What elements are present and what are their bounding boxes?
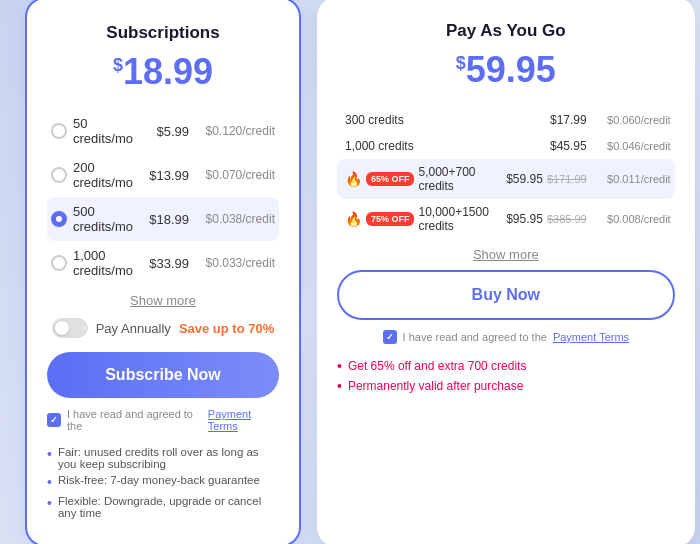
terms-row-left: I have read and agreed to the Payment Te… bbox=[47, 408, 279, 432]
payasyougo-plan-list: 300 credits $17.99 $0.060/credit 1,000 c… bbox=[337, 107, 675, 239]
discount-badge: 65% OFF bbox=[366, 172, 415, 186]
annual-toggle[interactable] bbox=[52, 318, 88, 338]
terms-text-right: I have read and agreed to the bbox=[403, 331, 547, 343]
plan-label: 500 credits/mo bbox=[73, 204, 133, 234]
payasyougo-title: Pay As You Go bbox=[337, 21, 675, 41]
original-price: $171.99 bbox=[547, 173, 587, 185]
annual-toggle-row: Pay Annually Save up to 70% bbox=[47, 318, 279, 338]
plan-price: $59.95 bbox=[493, 172, 543, 186]
original-price: $385.99 bbox=[547, 213, 587, 225]
radio-button[interactable] bbox=[51, 255, 67, 271]
plan-label: 200 credits/mo bbox=[73, 160, 133, 190]
terms-link-left[interactable]: Payment Terms bbox=[208, 408, 279, 432]
plan-price: $17.99 bbox=[537, 113, 587, 127]
plan-credit: $0.011/credit bbox=[591, 173, 671, 185]
plan-price: $33.99 bbox=[139, 256, 189, 271]
plan-price: $18.99 bbox=[139, 212, 189, 227]
radio-button[interactable] bbox=[51, 211, 67, 227]
plan-credit: $0.120/credit bbox=[195, 124, 275, 138]
toggle-label: Pay Annually bbox=[96, 321, 171, 336]
plan-credit: $0.060/credit bbox=[591, 114, 671, 126]
plan-label: 1,000 credits bbox=[345, 139, 533, 153]
terms-link-right[interactable]: Payment Terms bbox=[553, 331, 629, 343]
plan-credit: $0.038/credit bbox=[195, 212, 275, 226]
subscribe-button[interactable]: Subscribe Now bbox=[47, 352, 279, 398]
plan-row[interactable]: 🔥 65% OFF 5,000+700 credits $59.95 $171.… bbox=[337, 159, 675, 199]
feature-bullets: Fair: unused credits roll over as long a… bbox=[47, 444, 279, 521]
plan-label: 50 credits/mo bbox=[73, 116, 133, 146]
show-more-right[interactable]: Show more bbox=[337, 247, 675, 262]
plan-credit: $0.008/credit bbox=[591, 213, 671, 225]
plan-credit: $0.046/credit bbox=[591, 140, 671, 152]
plan-credit: $0.033/credit bbox=[195, 256, 275, 270]
terms-checkbox-right[interactable] bbox=[383, 330, 397, 344]
plan-credit: $0.070/credit bbox=[195, 168, 275, 182]
plan-price: $13.99 bbox=[139, 168, 189, 183]
radio-button[interactable] bbox=[51, 123, 67, 139]
bullet-item: Risk-free: 7-day money-back guarantee bbox=[47, 472, 279, 493]
plan-label: 5,000+700 credits bbox=[418, 165, 488, 193]
plan-label: 300 credits bbox=[345, 113, 533, 127]
plan-row[interactable]: 500 credits/mo $18.99 $0.038/credit bbox=[47, 197, 279, 241]
plan-price: $95.95 bbox=[493, 212, 543, 226]
buy-now-button[interactable]: Buy Now bbox=[337, 270, 675, 320]
terms-text-left: I have read and agreed to the bbox=[67, 408, 202, 432]
plan-price: $5.99 bbox=[139, 124, 189, 139]
terms-row-right: I have read and agreed to the Payment Te… bbox=[337, 330, 675, 344]
subscriptions-card: Subscriptions $18.99 50 credits/mo $5.99… bbox=[25, 0, 301, 544]
promo-bullet-item: Get 65% off and extra 700 credits bbox=[337, 356, 675, 376]
plan-row[interactable]: 200 credits/mo $13.99 $0.070/credit bbox=[47, 153, 279, 197]
promo-bullet-item: Permanently valid after purchase bbox=[337, 376, 675, 396]
plan-row[interactable]: 🔥 75% OFF 10,000+1500 credits $95.95 $38… bbox=[337, 199, 675, 239]
fire-icon: 🔥 bbox=[345, 211, 362, 227]
payasyougo-price: $59.95 bbox=[337, 49, 675, 91]
discount-badge: 75% OFF bbox=[366, 212, 415, 226]
bullet-item: Flexible: Downgrade, upgrade or cancel a… bbox=[47, 493, 279, 521]
subscriptions-title: Subscriptions bbox=[47, 23, 279, 43]
plan-row[interactable]: 1,000 credits/mo $33.99 $0.033/credit bbox=[47, 241, 279, 285]
show-more-left[interactable]: Show more bbox=[47, 293, 279, 308]
plan-label: 10,000+1500 credits bbox=[418, 205, 488, 233]
plan-price: $45.95 bbox=[537, 139, 587, 153]
fire-icon: 🔥 bbox=[345, 171, 362, 187]
payasyougo-card: Pay As You Go $59.95 300 credits $17.99 … bbox=[317, 0, 695, 544]
save-text: Save up to 70% bbox=[179, 321, 274, 336]
plan-row[interactable]: 300 credits $17.99 $0.060/credit bbox=[337, 107, 675, 133]
plan-row[interactable]: 1,000 credits $45.95 $0.046/credit bbox=[337, 133, 675, 159]
terms-checkbox-left[interactable] bbox=[47, 413, 61, 427]
radio-button[interactable] bbox=[51, 167, 67, 183]
bullet-item: Fair: unused credits roll over as long a… bbox=[47, 444, 279, 472]
plan-label: 1,000 credits/mo bbox=[73, 248, 133, 278]
plan-row[interactable]: 50 credits/mo $5.99 $0.120/credit bbox=[47, 109, 279, 153]
subscriptions-price: $18.99 bbox=[47, 51, 279, 93]
subscriptions-plan-list: 50 credits/mo $5.99 $0.120/credit 200 cr… bbox=[47, 109, 279, 285]
promo-bullets: Get 65% off and extra 700 creditsPermane… bbox=[337, 356, 675, 396]
